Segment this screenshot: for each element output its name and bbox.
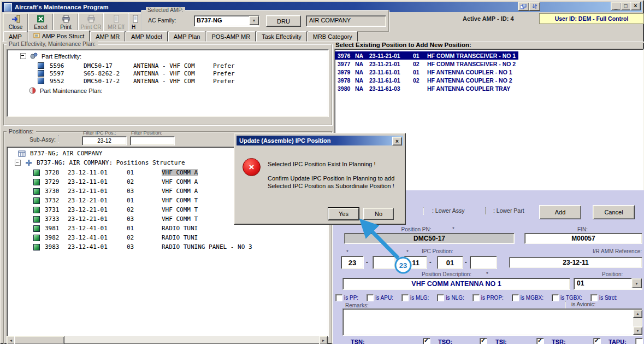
part-icon [38, 70, 44, 77]
time-flag[interactable]: TAPU: [608, 338, 643, 344]
position-pn-field[interactable]: DMC50-17 [344, 233, 515, 244]
tab[interactable]: POS-AMP MR [206, 31, 256, 42]
remarks-textarea[interactable]: ▲ ▼ [342, 308, 642, 336]
ipc-field-3[interactable]: 11 [404, 256, 427, 269]
close-toolbar-button[interactable]: Close [3, 13, 28, 32]
flag-checkbox[interactable] [512, 294, 519, 301]
scroll-right-button[interactable]: ► [319, 336, 328, 344]
ipc-field-1[interactable]: 23 [341, 256, 364, 269]
tab[interactable]: AMP Pos Struct [28, 30, 90, 42]
part-row[interactable]: 9552 DMC50-17-2 ANTENNA - VHF COM Prefer [7, 77, 328, 85]
tab[interactable]: AMP MR [90, 31, 125, 42]
position-row[interactable]: 3982 23-12-41-01 02 RADIO TUNI [7, 233, 328, 242]
mr-eff-button[interactable]: MR Eff [103, 13, 129, 32]
ir-amm-field[interactable]: 23-12-11 [509, 257, 642, 268]
close-window-button[interactable]: × [630, 2, 641, 10]
existing-position-row[interactable]: 3979 NA 23-11-61-01 01 HF ANTENNA COUPLE… [335, 68, 515, 76]
tab[interactable]: AMP Plan [168, 31, 206, 42]
print-button[interactable]: Print [53, 13, 79, 32]
time-flag-checkbox[interactable] [635, 338, 643, 344]
tab[interactable]: AMP Model [126, 31, 168, 42]
position-row[interactable]: 3983 23-12-41-01 03 RADIO TUNING PANEL -… [7, 242, 328, 252]
flag-checkbox[interactable] [335, 294, 342, 301]
position-row[interactable]: 3981 23-12-41-01 01 RADIO TUNI [7, 224, 328, 233]
attribute-flag[interactable]: is NLG: [437, 294, 464, 301]
part-row[interactable]: 5597 S65-8262-2 ANTENNA - VHF COM Prefer [7, 69, 328, 77]
time-flag-checkbox[interactable] [536, 338, 544, 344]
lower-part-checkbox[interactable] [485, 207, 486, 215]
minimize-button[interactable]: _ [611, 2, 621, 10]
attribute-flag[interactable]: is APU: [367, 294, 393, 301]
part-note: Prefer [213, 78, 246, 85]
time-flag[interactable]: TSI: [495, 338, 544, 344]
attribute-flag[interactable]: is MLG: [401, 294, 429, 301]
existing-position-row[interactable]: 3976 NA 23-11-21-01 01 HF COMM TRANSCEIV… [335, 51, 518, 60]
tab[interactable]: MRB Category [308, 31, 358, 42]
part-row[interactable]: 5596 DMC50-17 ANTENNA - VHF COM Prefer [7, 62, 328, 69]
maximize-button[interactable]: □ [621, 2, 631, 10]
flag-checkbox[interactable] [437, 294, 444, 301]
dru-button[interactable]: DRU [266, 15, 301, 27]
ipc-field-2[interactable] [373, 256, 395, 269]
part-effectivity-tree[interactable]: Part Effectivity: 5596 DMC50-17 ANTENNA … [7, 49, 329, 117]
filter-ipc-input[interactable]: 23-12 [82, 136, 127, 145]
add-button[interactable]: Add [539, 205, 581, 219]
part-effectivity-root[interactable]: Part Effectivity: [20, 53, 81, 60]
position-description: VHF COMM A [162, 178, 198, 185]
existing-position-row[interactable]: 3980 NA 23-11-61-03 HF ANTENNA COUPLER T… [335, 84, 513, 92]
titlebar-tool-button-2[interactable] [529, 2, 540, 11]
existing-position-row[interactable]: 3977 NA 23-11-21-01 02 HF COMM TRANSCEIV… [335, 60, 518, 68]
positions-structure-node[interactable]: B737-NG; AIR COMPANY: Positions Structur… [15, 159, 185, 166]
ipc-field-5[interactable] [470, 256, 497, 269]
excel-button[interactable]: Excel [28, 13, 54, 32]
amp-root-node[interactable]: B737-NG; AIR COMPANY [18, 150, 102, 157]
dialog-close-button[interactable]: × [392, 137, 402, 145]
flag-checkbox[interactable] [552, 294, 559, 301]
time-flag[interactable]: TSN: [351, 338, 430, 344]
yes-button[interactable]: Yes [328, 208, 359, 220]
time-flag[interactable]: TSO: [438, 338, 487, 344]
existing-position-row[interactable]: 3978 NA 23-11-61-01 02 HF ANTENNA COUPLE… [335, 76, 515, 84]
fin-field[interactable]: M00057 [524, 233, 642, 244]
part-maintenance-plan-root[interactable]: Part Maintenance Plan: [29, 87, 102, 94]
time-flag-checkbox[interactable] [423, 338, 430, 344]
no-button[interactable]: No [363, 208, 394, 220]
company-field[interactable]: AIR COMPANY [306, 15, 386, 27]
lower-assy-checkbox[interactable] [423, 207, 424, 215]
position-dropdown-button[interactable]: ▼ [631, 278, 642, 288]
hscroll-thumb[interactable] [14, 336, 64, 344]
attribute-flag[interactable]: is TGBX: [552, 294, 582, 301]
flag-checkbox[interactable] [367, 294, 374, 301]
tab[interactable]: AMP [3, 31, 27, 42]
scroll-down-button[interactable]: ▼ [633, 326, 642, 335]
attribute-flag[interactable]: is PP: [335, 294, 358, 301]
time-flag-checkbox[interactable] [593, 338, 601, 344]
collapse-icon[interactable] [20, 53, 26, 59]
avionic-checkbox[interactable] [565, 301, 566, 309]
titlebar-tool-button-1[interactable] [518, 2, 529, 11]
position-ipc: 23-12-41-01 [68, 225, 127, 232]
cancel-button[interactable]: Cancel [593, 205, 635, 219]
attribute-flag[interactable]: is MGBX: [512, 294, 543, 301]
print-cr-button[interactable]: Print CR [78, 13, 104, 32]
positions-hscrollbar[interactable]: ◄ ► [7, 336, 328, 343]
attribute-flag[interactable]: is PROP: [472, 294, 504, 301]
flag-checkbox[interactable] [590, 294, 598, 301]
scroll-up-button[interactable]: ▲ [633, 310, 642, 318]
remarks-vscrollbar[interactable]: ▲ ▼ [633, 310, 641, 335]
time-flag[interactable]: TSR: [552, 338, 601, 344]
position-combo[interactable]: 01 ▼ [574, 278, 642, 290]
attribute-flag[interactable]: is Strct: [590, 294, 617, 301]
time-flag-checkbox[interactable] [480, 338, 487, 344]
filter-position-input[interactable] [130, 136, 175, 145]
position-description-field[interactable]: VHF COMM ANTENNA NO 1 [342, 278, 570, 290]
ac-family-combo[interactable]: B737-NG ▼ [194, 15, 259, 27]
flag-checkbox[interactable] [401, 294, 409, 301]
ipc-field-4[interactable]: 01 [437, 256, 463, 269]
sub-assy-checkbox[interactable] [58, 135, 59, 143]
ac-family-dropdown-button[interactable]: ▼ [249, 16, 259, 25]
collapse-icon[interactable] [15, 160, 21, 166]
flag-checkbox[interactable] [472, 294, 480, 301]
tab[interactable]: Task Effectivity [256, 31, 307, 42]
chevron-down-icon: ▼ [252, 19, 256, 22]
